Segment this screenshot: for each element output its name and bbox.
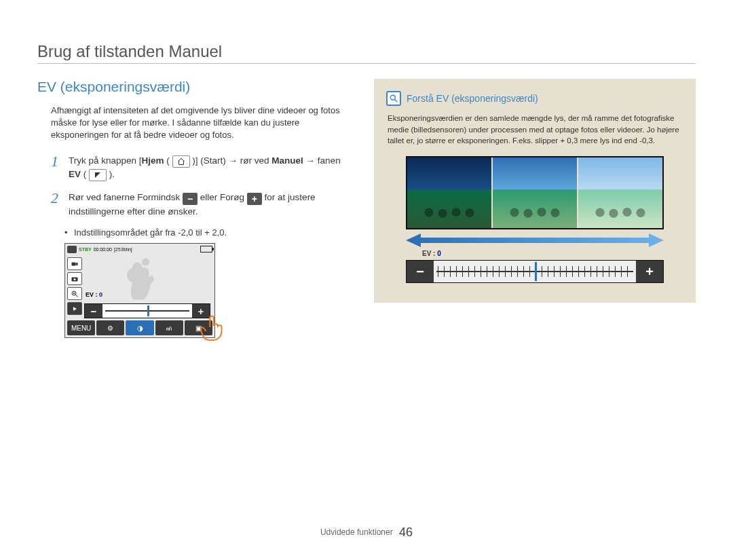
step-1: 1 Tryk på knappen [Hjem ( )] (Start) → r… (37, 154, 355, 181)
ev-slider: − + (84, 303, 210, 318)
footer-section: Udvidede funktioner (320, 527, 393, 537)
battery-icon (200, 246, 212, 253)
left-column: EV (eksponeringsværdi) Afhængigt af inte… (37, 79, 355, 338)
big-ev-readout: EV : 0 (406, 250, 664, 257)
remaining-time: [253Min] (114, 247, 132, 252)
step1-text-b: ( (164, 155, 172, 166)
page-number: 46 (399, 525, 413, 539)
exposure-panel-mid (493, 157, 577, 228)
big-ev-decrease-button[interactable]: − (407, 261, 434, 282)
tab-ev[interactable]: ◑ (126, 320, 153, 335)
intro-paragraph: Afhængigt af intensiteten af det omgiven… (37, 105, 355, 142)
home-icon (172, 155, 190, 168)
plus-icon: + (247, 193, 262, 205)
ev-readout: EV : 0 (86, 291, 102, 298)
ev-decrease-button[interactable]: − (85, 304, 102, 318)
svg-point-5 (390, 95, 395, 100)
svg-rect-0 (72, 262, 76, 265)
big-ev-marker (535, 262, 537, 281)
minus-icon: − (183, 193, 198, 205)
camera-ui-screenshot: STBY 00:00:00 [253Min] (64, 243, 215, 338)
big-ev-slider: − + (406, 260, 664, 283)
ev-tab-icon (89, 169, 107, 181)
exposure-panel-light (578, 157, 662, 228)
step-number: 1 (51, 154, 62, 181)
ev-track[interactable] (102, 304, 192, 318)
camui-bottom-tabs: MENU ⚙ ◑ 🗚 ▣ (67, 320, 212, 335)
section-heading-ev: EV (eksponeringsværdi) (37, 79, 355, 95)
big-ev-label-text: EV : (422, 250, 435, 257)
info-body: Eksponeringsværdien er den samlede mængd… (386, 113, 683, 147)
info-card: Forstå EV (eksponeringsværdi) Eksponerin… (374, 79, 696, 303)
exposure-arrow (406, 234, 664, 247)
photo-mode-icon[interactable] (67, 272, 82, 285)
touch-finger-icon (198, 312, 229, 343)
ev-marker (147, 305, 149, 316)
page-title: Brug af tilstanden Manuel (37, 42, 696, 61)
two-column-layout: EV (eksponeringsværdi) Afhængigt af inte… (37, 79, 696, 338)
step2-text-a: Rør ved fanerne Formindsk (69, 192, 183, 202)
step1-text-c: )] (Start) → rør ved (190, 155, 272, 166)
stby-label: STBY (79, 247, 92, 252)
info-title: Forstå EV (eksponeringsværdi) (407, 93, 538, 104)
range-bullet: Indstillingsområdet går fra -2,0 til + 2… (37, 227, 355, 238)
camui-status-bar: STBY 00:00:00 [253Min] (67, 246, 132, 253)
exposure-panel-dark (407, 157, 491, 228)
big-ev-value: 0 (437, 250, 441, 257)
page-footer: Udvidede funktioner 46 (0, 525, 733, 540)
ev-label: EV : (86, 291, 98, 298)
svg-point-2 (74, 278, 76, 280)
big-ev-track[interactable] (434, 261, 636, 282)
ev-value: 0 (99, 291, 102, 298)
step-2-body: Rør ved fanerne Formindsk − eller Forøg … (69, 191, 355, 219)
svg-marker-6 (406, 234, 664, 247)
zoom-icon[interactable] (67, 287, 82, 300)
tab-settings[interactable]: ⚙ (96, 320, 124, 335)
step-2: 2 Rør ved fanerne Formindsk − eller Forø… (37, 191, 355, 219)
tab-menu[interactable]: MENU (67, 320, 95, 335)
svg-point-4 (142, 258, 150, 266)
step-number: 2 (51, 191, 62, 219)
subject-silhouette (113, 253, 167, 302)
step1-text-d: → fanen (303, 155, 341, 166)
step1-ev: EV (69, 169, 81, 179)
step-1-body: Tryk på knappen [Hjem ( )] (Start) → rør… (69, 154, 355, 181)
play-icon[interactable] (67, 302, 82, 315)
step1-manuel: Manuel (271, 155, 303, 166)
right-column: Forstå EV (eksponeringsværdi) Eksponerin… (374, 79, 696, 338)
storage-icon (67, 246, 77, 253)
video-mode-icon[interactable] (67, 257, 82, 270)
step1-text-e: ( (81, 169, 89, 179)
magnify-icon (386, 91, 401, 106)
info-header: Forstå EV (eksponeringsværdi) (386, 91, 683, 106)
side-toolbar (67, 257, 82, 315)
step1-hjem: Hjem (142, 155, 164, 166)
big-ev-increase-button[interactable]: + (636, 261, 663, 282)
tab-text[interactable]: 🗚 (155, 320, 183, 335)
step2-text-b: eller Forøg (198, 192, 247, 202)
step1-text-a: Tryk på knappen [ (69, 155, 142, 166)
title-rule (37, 63, 696, 64)
record-time: 00:00:00 (94, 247, 112, 252)
exposure-comparison-image (406, 156, 664, 229)
